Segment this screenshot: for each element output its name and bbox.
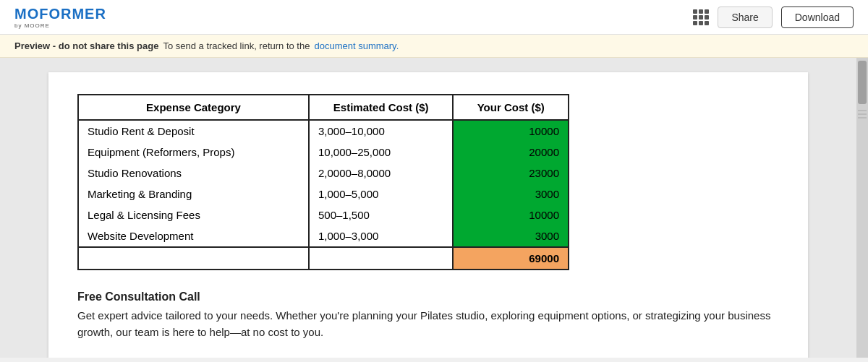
- grid-dot: [699, 15, 703, 20]
- expense-category-cell: Legal & Licensing Fees: [78, 204, 309, 225]
- estimated-cost-cell: 2,0000–8,0000: [309, 163, 453, 184]
- total-estimated-cell: [309, 247, 453, 270]
- preview-warning: Preview - do not share this page: [14, 40, 158, 51]
- logo: MOFORMER by MOORE: [14, 6, 106, 29]
- expense-category-cell: Marketing & Branding: [78, 184, 309, 204]
- total-cost-cell: 69000: [453, 247, 569, 270]
- estimated-cost-cell: 500–1,500: [309, 204, 453, 225]
- document-summary-link[interactable]: document summary.: [314, 40, 399, 51]
- grid-dot: [705, 9, 709, 14]
- table-row: Studio Renovations 2,0000–8,0000 23000: [78, 163, 569, 184]
- header: MOFORMER by MOORE Share Download: [0, 0, 868, 35]
- table-row: Studio Rent & Deposit 3,000–10,000 10000: [78, 120, 569, 142]
- grid-dot: [699, 21, 703, 25]
- scroll-line: [858, 117, 867, 118]
- estimated-cost-cell: 3,000–10,000: [309, 120, 453, 142]
- your-cost-cell: 10000: [453, 204, 569, 225]
- grid-dot: [699, 9, 703, 14]
- estimated-cost-cell: 10,000–25,000: [309, 142, 453, 163]
- table-row: Equipment (Reformers, Props) 10,000–25,0…: [78, 142, 569, 163]
- grid-dot: [705, 15, 709, 20]
- document-page: Expense Category Estimated Cost ($) Your…: [48, 72, 808, 358]
- expense-table: Expense Category Estimated Cost ($) Your…: [77, 94, 569, 270]
- header-actions: Share Download: [693, 7, 854, 28]
- grid-dot: [705, 21, 709, 25]
- estimated-cost-cell: 1,000–5,000: [309, 184, 453, 204]
- your-cost-cell: 10000: [453, 120, 569, 142]
- expense-category-cell: Website Development: [78, 225, 309, 247]
- header-expense-category: Expense Category: [78, 95, 309, 120]
- consultation-heading: Free Consultation Call: [77, 290, 779, 303]
- scroll-line: [858, 113, 867, 115]
- logo-brand: MOFORMER: [14, 6, 106, 22]
- table-row: Marketing & Branding 1,000–5,000 3000: [78, 184, 569, 204]
- grid-dot: [693, 9, 697, 14]
- total-label-cell: [78, 247, 309, 270]
- grid-dot: [693, 21, 697, 25]
- consultation-section: Free Consultation Call Get expert advice…: [77, 290, 779, 340]
- main-content: Expense Category Estimated Cost ($) Your…: [0, 58, 868, 358]
- download-button[interactable]: Download: [781, 7, 854, 28]
- estimated-cost-cell: 1,000–3,000: [309, 225, 453, 247]
- scroll-thumb[interactable]: [858, 61, 867, 104]
- logo-sub: by MOORE: [14, 22, 106, 29]
- preview-instruction: To send a tracked link, return to the: [163, 40, 310, 51]
- share-button[interactable]: Share: [718, 7, 772, 28]
- table-row: Website Development 1,000–3,000 3000: [78, 225, 569, 247]
- scroll-lines: [858, 110, 867, 118]
- apps-grid-icon[interactable]: [693, 9, 709, 25]
- table-row: Legal & Licensing Fees 500–1,500 10000: [78, 204, 569, 225]
- your-cost-cell: 20000: [453, 142, 569, 163]
- total-row: 69000: [78, 247, 569, 270]
- your-cost-cell: 23000: [453, 163, 569, 184]
- expense-category-cell: Studio Rent & Deposit: [78, 120, 309, 142]
- scrollbar[interactable]: [856, 58, 868, 358]
- header-estimated-cost: Estimated Cost ($): [309, 95, 453, 120]
- grid-dot: [693, 15, 697, 20]
- document-area: Expense Category Estimated Cost ($) Your…: [0, 58, 856, 358]
- header-your-cost: Your Cost ($): [453, 95, 569, 120]
- your-cost-cell: 3000: [453, 184, 569, 204]
- expense-category-cell: Equipment (Reformers, Props): [78, 142, 309, 163]
- expense-category-cell: Studio Renovations: [78, 163, 309, 184]
- consultation-body: Get expert advice tailored to your needs…: [77, 308, 779, 340]
- scroll-line: [858, 110, 867, 111]
- your-cost-cell: 3000: [453, 225, 569, 247]
- preview-bar: Preview - do not share this page To send…: [0, 35, 868, 58]
